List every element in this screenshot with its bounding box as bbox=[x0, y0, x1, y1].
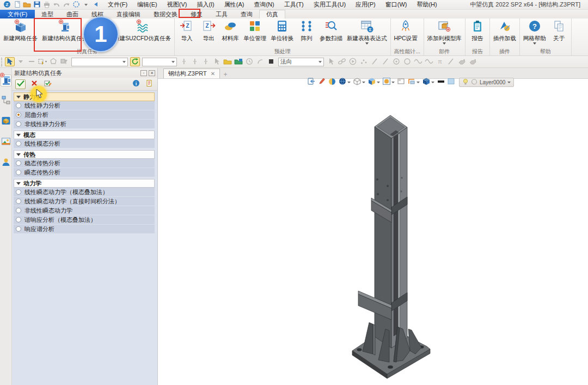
black-bar-button[interactable] bbox=[436, 78, 445, 87]
analysis-option[interactable]: 谐响应分析（模态叠加法） bbox=[14, 215, 155, 225]
bars-gray-button[interactable] bbox=[190, 57, 200, 66]
analysis-option[interactable]: 线性瞬态动力学（模态叠加法） bbox=[14, 188, 155, 197]
play-gray-button[interactable] bbox=[348, 57, 358, 66]
ribbon-button[interactable]: 新建结构仿真任务 bbox=[40, 19, 90, 41]
cursor-gray-button[interactable] bbox=[212, 57, 222, 66]
radio-button[interactable] bbox=[16, 170, 21, 175]
hand-gray-button[interactable] bbox=[457, 57, 467, 66]
ribbon-tab-修复[interactable]: 修复 bbox=[184, 10, 209, 18]
menu-item[interactable]: 实用工具(U) bbox=[309, 0, 351, 9]
dropdown-arrow-icon[interactable] bbox=[431, 82, 434, 83]
pencil-red-button[interactable] bbox=[317, 78, 326, 87]
printer-button[interactable] bbox=[42, 1, 51, 9]
radio-button[interactable] bbox=[16, 160, 21, 166]
toolbar-grip[interactable] bbox=[1, 58, 3, 66]
tab-file[interactable]: 文件(F) bbox=[0, 10, 35, 18]
radio-button[interactable] bbox=[16, 189, 21, 195]
blue-square-button[interactable] bbox=[446, 78, 456, 87]
open-folder-button[interactable] bbox=[23, 1, 31, 9]
cursor-gray-button[interactable] bbox=[326, 57, 336, 66]
pi-gray-button[interactable]: π bbox=[435, 57, 445, 66]
menu-item[interactable]: 查询(N) bbox=[249, 0, 279, 9]
dropdown-arrow-icon[interactable] bbox=[365, 42, 369, 45]
dropdown-arrow-icon[interactable] bbox=[507, 82, 511, 83]
polygon-gray-button[interactable] bbox=[48, 57, 58, 66]
analysis-option[interactable]: 屈曲分析 bbox=[14, 110, 155, 120]
ribbon-button[interactable]: HPC设置 bbox=[392, 19, 420, 41]
radio-button[interactable] bbox=[16, 217, 21, 222]
ribbon-button[interactable]: 插件加载 bbox=[491, 19, 518, 41]
ribbon-tab-查询[interactable]: 查询 bbox=[234, 10, 259, 18]
menu-item[interactable]: 工具(T) bbox=[279, 0, 309, 9]
analysis-option[interactable]: 线性瞬态动力学（直接时间积分法） bbox=[14, 197, 155, 206]
radio-button[interactable] bbox=[16, 141, 21, 146]
ribbon-button[interactable]: Z导出 bbox=[198, 19, 219, 41]
info-circle-button[interactable]: i bbox=[131, 79, 141, 89]
ribbon-button[interactable]: 单位转换 bbox=[268, 19, 296, 41]
document-tab[interactable]: 钢结构.Z3PRT✕ bbox=[163, 69, 220, 78]
analysis-option[interactable]: 非线性瞬态动力学 bbox=[14, 206, 155, 215]
menu-item[interactable]: 属性(A) bbox=[219, 0, 249, 9]
ribbon-button[interactable]: 阵列 bbox=[296, 19, 317, 41]
dropdown-arrow-icon[interactable] bbox=[443, 42, 446, 45]
dropdown-arrow-icon[interactable] bbox=[416, 82, 420, 83]
ribbon-button[interactable]: Z导入 bbox=[176, 19, 198, 41]
ribbon-button[interactable]: 参数扫描 bbox=[317, 19, 345, 41]
slash-gray-button[interactable] bbox=[370, 57, 379, 66]
tab-close-icon[interactable]: ✕ bbox=[211, 71, 215, 77]
ribbon-button[interactable]: 新建网格任务 bbox=[1, 19, 40, 41]
dropdown-arrow-icon[interactable] bbox=[347, 82, 351, 83]
dropdown-arrow-icon[interactable] bbox=[391, 82, 395, 83]
ribbon-tab-工具[interactable]: 工具 bbox=[209, 10, 234, 18]
menu-item[interactable]: 窗口(W) bbox=[381, 0, 412, 9]
redo-button[interactable] bbox=[62, 1, 70, 9]
scatter-gray-button[interactable] bbox=[359, 57, 369, 66]
chevron-down-button[interactable] bbox=[82, 1, 90, 9]
pick-box-button[interactable] bbox=[38, 57, 47, 66]
radio-button[interactable] bbox=[16, 121, 21, 127]
view-sphere-button[interactable] bbox=[338, 78, 347, 87]
selection-filter-combo[interactable] bbox=[71, 58, 128, 66]
direction-combo[interactable]: 法向 bbox=[278, 58, 324, 66]
minus-gray-button[interactable] bbox=[27, 57, 36, 66]
ribbon-tab-数据交换[interactable]: 数据交换 bbox=[147, 10, 184, 18]
render-mode-button[interactable] bbox=[382, 78, 391, 87]
select-arrow-button[interactable] bbox=[5, 57, 15, 66]
dock-visual-image-button[interactable] bbox=[1, 136, 11, 148]
model-steel-column[interactable] bbox=[321, 101, 446, 385]
refresh-green-button[interactable] bbox=[130, 57, 140, 66]
undo-button[interactable] bbox=[52, 1, 60, 9]
link-gray-button[interactable] bbox=[337, 57, 347, 66]
slash-gray-button[interactable] bbox=[446, 57, 456, 66]
radio-button[interactable] bbox=[16, 226, 21, 232]
secondary-combo[interactable] bbox=[142, 58, 177, 66]
folder-color-button[interactable] bbox=[234, 57, 243, 66]
arc-gray-button[interactable] bbox=[255, 57, 265, 66]
ribbon-button[interactable]: 关于 bbox=[548, 19, 570, 41]
analysis-option[interactable]: 响应谱分析 bbox=[14, 225, 155, 234]
confirm-check-button[interactable] bbox=[15, 79, 26, 89]
radio-button[interactable] bbox=[16, 198, 21, 204]
dock-user-person-button[interactable] bbox=[1, 157, 11, 169]
new-tab-button[interactable]: + bbox=[221, 70, 230, 78]
radio-button[interactable] bbox=[16, 112, 21, 117]
ribbon-button[interactable]: 添加到模型库 bbox=[425, 19, 464, 45]
menu-item[interactable]: 插入(I) bbox=[192, 0, 219, 9]
analysis-option[interactable]: 稳态传热分析 bbox=[14, 159, 155, 168]
ribbon-tab-仿真[interactable]: 仿真 bbox=[259, 10, 285, 18]
doc-note-button[interactable] bbox=[144, 79, 154, 89]
shaded-cube-button[interactable] bbox=[367, 78, 376, 87]
ribbon-tab-直接编辑[interactable]: 直接编辑 bbox=[110, 10, 147, 18]
panel-restore-button[interactable]: ▫ bbox=[140, 70, 147, 76]
ribbon-button[interactable]: 单位管理 bbox=[241, 19, 268, 41]
sine-gray-button[interactable] bbox=[413, 57, 423, 66]
menu-item[interactable]: 文件(F) bbox=[103, 0, 132, 9]
dock-struct-task-button[interactable] bbox=[1, 74, 11, 86]
layer-selector[interactable]: Layer0000 bbox=[459, 78, 514, 87]
section-header-传热[interactable]: 传热 bbox=[14, 150, 155, 159]
ribbon-button[interactable]: 报告 bbox=[467, 19, 488, 41]
circle-gray-button[interactable] bbox=[402, 57, 412, 66]
dropdown-arrow-icon[interactable] bbox=[362, 82, 365, 83]
ribbon-button[interactable]: 新建SU2CFD仿真任务 bbox=[112, 19, 173, 41]
analysis-option[interactable]: 非线性静力分析 bbox=[14, 120, 155, 129]
